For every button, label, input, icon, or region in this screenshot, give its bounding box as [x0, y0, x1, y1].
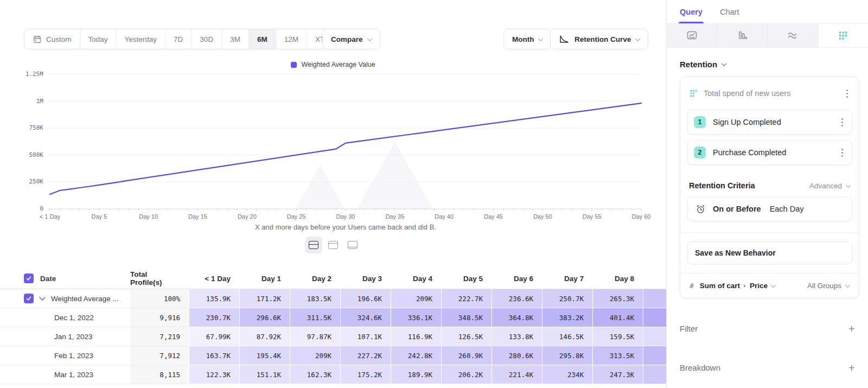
retention-value-cell-clipped[interactable] — [643, 308, 666, 327]
table-row[interactable]: Jan 1, 20237,21967.99K87.92K97.87K107.1K… — [0, 327, 666, 346]
retention-value-cell[interactable]: 133.8K — [492, 327, 542, 346]
row-label-weighted-average[interactable]: Weighted Average ... — [0, 289, 130, 308]
range-3m-button[interactable]: 3M — [222, 29, 249, 49]
range-yesterday-button[interactable]: Yesterday — [117, 29, 166, 49]
line-plot[interactable] — [0, 59, 666, 233]
tab-chart[interactable]: Chart — [720, 0, 739, 23]
retention-value-cell[interactable]: 67.99K — [189, 327, 239, 346]
retention-value-cell[interactable]: 336.1K — [391, 308, 441, 327]
retention-value-cell[interactable]: 163.7K — [189, 346, 239, 365]
kebab-menu-icon[interactable] — [839, 147, 845, 159]
retention-value-cell[interactable]: 196.6K — [340, 289, 391, 308]
column-header[interactable]: Day 4 — [391, 268, 441, 289]
range-7d-button[interactable]: 7D — [165, 29, 192, 49]
tab-insights[interactable] — [667, 24, 717, 47]
retention-value-cell[interactable]: 126.5K — [441, 327, 492, 346]
retention-value-cell[interactable]: 311.5K — [290, 308, 340, 327]
row-label-date[interactable]: Jan 1, 2023 — [0, 327, 130, 346]
retention-value-cell[interactable]: 296.6K — [239, 308, 290, 327]
retention-value-cell[interactable]: 401.4K — [592, 308, 643, 327]
column-header[interactable]: Day 5 — [441, 268, 492, 289]
retention-value-cell[interactable]: 324.6K — [340, 308, 391, 327]
tab-retention[interactable] — [818, 24, 868, 47]
range-30d-button[interactable]: 30D — [192, 29, 222, 49]
breakdown-section[interactable]: Breakdown + — [667, 360, 868, 374]
retention-value-cell[interactable]: 234K — [542, 365, 592, 384]
retention-value-cell[interactable]: 236.6K — [492, 289, 542, 308]
retention-value-cell[interactable]: 227.2K — [340, 346, 391, 365]
row-checkbox[interactable] — [24, 294, 34, 303]
criteria-mode-dropdown[interactable]: Advanced — [809, 182, 850, 190]
retention-value-cell[interactable]: 107.1K — [340, 327, 391, 346]
compare-button[interactable]: Compare — [322, 29, 380, 49]
retention-value-cell[interactable]: 313.5K — [592, 346, 643, 365]
group-filter-dropdown[interactable]: All Groups — [807, 282, 850, 290]
retention-value-cell[interactable]: 122.3K — [189, 365, 239, 384]
tab-query[interactable]: Query — [680, 0, 703, 23]
retention-value-cell[interactable]: 209K — [290, 346, 340, 365]
expand-row-icon[interactable] — [39, 294, 45, 300]
step-row-1[interactable]: 1 Sign Up Completed — [687, 110, 852, 135]
column-header[interactable]: Day 1 — [239, 268, 290, 289]
retention-value-cell[interactable]: 221.4K — [492, 365, 542, 384]
retention-value-cell[interactable]: 247.3K — [592, 365, 643, 384]
column-header[interactable]: Day 8 — [592, 268, 643, 289]
kebab-menu-icon[interactable] — [839, 116, 845, 129]
retention-value-cell[interactable]: 87.92K — [239, 327, 290, 346]
column-header[interactable]: Day 2 — [290, 268, 340, 289]
retention-value-cell[interactable]: 265.3K — [592, 289, 643, 308]
column-header[interactable]: Day 7 — [542, 268, 592, 289]
retention-value-cell[interactable]: 242.8K — [391, 346, 441, 365]
retention-value-cell-clipped[interactable] — [643, 365, 666, 384]
retention-value-cell[interactable]: 135.9K — [189, 289, 239, 308]
retention-value-cell[interactable]: 146.5K — [542, 327, 592, 346]
range-today-button[interactable]: Today — [80, 29, 117, 49]
retention-value-cell-clipped[interactable] — [643, 289, 666, 308]
retention-value-cell[interactable]: 183.5K — [290, 289, 340, 308]
retention-value-cell[interactable]: 364.8K — [492, 308, 542, 327]
tab-funnels[interactable] — [717, 24, 768, 47]
chart-type-button[interactable]: Retention Curve — [550, 29, 648, 49]
column-header[interactable]: Day 3 — [340, 268, 391, 289]
column-header[interactable]: < 1 Day — [189, 268, 239, 289]
retention-value-cell[interactable]: 189.9K — [391, 365, 441, 384]
retention-value-cell[interactable]: 209K — [391, 289, 441, 308]
filter-section[interactable]: Filter + — [667, 321, 868, 335]
retention-value-cell[interactable]: 151.1K — [239, 365, 290, 384]
table-row[interactable]: Weighted Average ...100%135.9K171.2K183.… — [0, 289, 666, 308]
granularity-button[interactable]: Month — [503, 29, 551, 49]
kebab-menu-icon[interactable] — [844, 87, 850, 100]
retention-value-cell[interactable]: 383.2K — [542, 308, 592, 327]
step-row-2[interactable]: 2 Purchase Completed — [687, 140, 852, 165]
layout-split-button[interactable] — [305, 237, 322, 253]
layout-table-bottom-button[interactable] — [344, 237, 361, 253]
retention-value-cell[interactable]: 280.6K — [492, 346, 542, 365]
range-6m-button[interactable]: 6M — [249, 29, 276, 49]
retention-value-cell[interactable]: 230.7K — [189, 308, 239, 327]
measurement-property-dropdown[interactable]: Sum of cart Price — [700, 282, 775, 290]
column-header[interactable]: Day 6 — [492, 268, 542, 289]
timing-selector[interactable]: On or Before Each Day — [687, 196, 852, 221]
layout-chart-top-button[interactable] — [325, 237, 342, 253]
retention-value-cell[interactable]: 97.87K — [290, 327, 340, 346]
retention-value-cell[interactable]: 116.9K — [391, 327, 441, 346]
row-label-date[interactable]: Feb 1, 2023 — [0, 346, 130, 365]
add-breakdown-icon[interactable]: + — [848, 362, 855, 373]
retention-value-cell[interactable]: 159.5K — [592, 327, 643, 346]
range-12m-button[interactable]: 12M — [276, 29, 307, 49]
select-all-checkbox[interactable] — [24, 273, 34, 283]
retention-value-cell-clipped[interactable] — [643, 327, 666, 346]
column-header[interactable]: Total Profile(s) — [130, 268, 189, 289]
retention-value-cell[interactable]: 171.2K — [239, 289, 290, 308]
tab-flows[interactable] — [768, 24, 818, 47]
retention-value-cell[interactable]: 348.5K — [441, 308, 492, 327]
section-retention-header[interactable]: Retention — [667, 48, 868, 75]
table-row[interactable]: Dec 1, 20229,916230.7K296.6K311.5K324.6K… — [0, 308, 666, 327]
retention-value-cell[interactable]: 222.7K — [441, 289, 492, 308]
table-row[interactable]: Mar 1, 20238,115122.3K151.1K162.3K175.2K… — [0, 365, 666, 384]
retention-value-cell-clipped[interactable] — [643, 346, 666, 365]
save-as-new-behavior-button[interactable]: Save as New Behavior — [687, 241, 852, 264]
retention-value-cell[interactable]: 162.3K — [290, 365, 340, 384]
row-label-date[interactable]: Dec 1, 2022 — [0, 308, 130, 327]
retention-value-cell[interactable]: 295.8K — [542, 346, 592, 365]
